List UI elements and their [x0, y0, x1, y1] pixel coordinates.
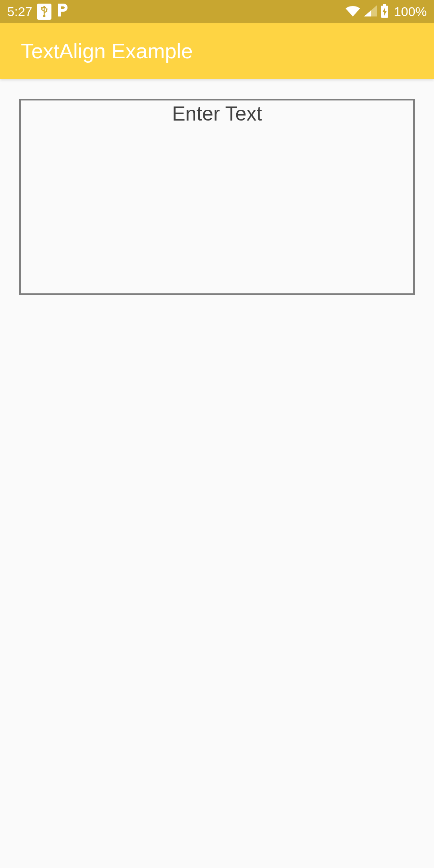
status-left: 5:27 — [7, 3, 68, 21]
content-area — [0, 79, 434, 317]
wifi-icon — [345, 4, 361, 19]
status-bar: 5:27 — [0, 0, 434, 23]
signal-icon — [363, 4, 378, 19]
svg-rect-4 — [383, 4, 386, 6]
battery-percent: 100% — [394, 4, 427, 19]
battery-charging-icon — [380, 4, 389, 20]
app-bar: TextAlign Example — [0, 23, 434, 79]
status-right: 100% — [345, 4, 427, 20]
usb-icon — [37, 4, 51, 20]
text-input[interactable] — [19, 99, 415, 295]
svg-point-2 — [43, 15, 45, 17]
svg-point-0 — [41, 7, 43, 8]
svg-rect-1 — [46, 8, 47, 10]
p-icon — [56, 3, 68, 21]
app-title: TextAlign Example — [21, 39, 193, 63]
status-time: 5:27 — [7, 4, 32, 19]
